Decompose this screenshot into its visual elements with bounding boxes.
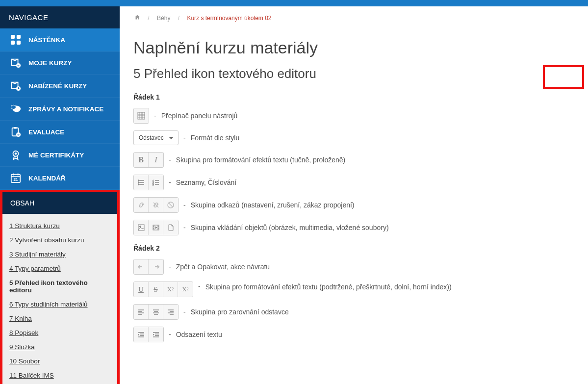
item-desc: Odsazení textu xyxy=(176,330,222,339)
number-list-icon[interactable]: 123 xyxy=(149,175,163,190)
nav-label: MOJE KURZY xyxy=(28,59,72,67)
toc-panel: OBSAH 1 Struktura kurzu 2 Vytvoření obsa… xyxy=(0,190,120,384)
nav-item-certificates[interactable]: MÉ CERTIFIKÁTY xyxy=(0,144,120,167)
italic-icon[interactable]: I xyxy=(149,153,163,167)
editor-row: B I - Skupina pro formátování efektů tex… xyxy=(133,152,578,168)
book-check-icon xyxy=(9,57,23,68)
link-icon[interactable] xyxy=(134,198,149,212)
align-right-icon[interactable] xyxy=(163,305,178,319)
svg-text:3: 3 xyxy=(153,183,154,186)
toc-item[interactable]: 9 Složka xyxy=(9,340,110,354)
nav-label: KALENDÁŘ xyxy=(28,175,66,182)
calendar-icon: 21 xyxy=(9,173,23,183)
list-group: 123 xyxy=(133,175,164,190)
toc-item[interactable]: 10 Soubor xyxy=(9,354,110,368)
editor-row: - Odsazení textu xyxy=(133,327,578,342)
breadcrumb-link[interactable]: Běhy xyxy=(157,15,170,22)
item-desc: Přepínač panelu nástrojů xyxy=(161,111,238,121)
breadcrumb-current[interactable]: Kurz s termínovaným úkolem 02 xyxy=(187,15,271,22)
editor-row: U S X2 X2 - Skupina pro formátování efek… xyxy=(133,282,578,297)
toc-item[interactable]: 2 Vytvoření obsahu kurzu xyxy=(9,233,110,247)
undo-icon[interactable] xyxy=(134,259,149,274)
insert-group xyxy=(133,220,179,235)
item-desc: Skupina vkládání objektů (obrázek, multi… xyxy=(191,223,389,232)
breadcrumb: / Běhy / Kurz s termínovaným úkolem 02 xyxy=(133,6,578,26)
page-nav-arrows xyxy=(543,65,584,89)
toolbar-toggle-group xyxy=(133,108,149,124)
nav-item-my-courses[interactable]: MOJE KURZY xyxy=(0,51,120,75)
align-left-icon[interactable] xyxy=(134,305,149,319)
home-icon[interactable] xyxy=(134,15,142,22)
toc-header: OBSAH xyxy=(2,192,117,214)
item-desc: Skupina odkazů (nastavení, zrušení, záka… xyxy=(191,200,355,210)
svg-rect-3 xyxy=(17,41,21,45)
svg-point-19 xyxy=(138,184,139,185)
svg-rect-0 xyxy=(11,35,15,39)
bullet-list-icon[interactable] xyxy=(134,175,149,190)
toc-item[interactable]: 8 Popisek xyxy=(9,326,110,340)
image-icon[interactable] xyxy=(134,220,149,235)
page-subtitle: 5 Přehled ikon textového editoru xyxy=(133,66,578,81)
page-title: Naplnění kurzu materiály xyxy=(133,38,578,57)
item-desc: Zpět a Opakovat, akce návratu xyxy=(176,262,270,272)
svg-point-13 xyxy=(15,153,17,155)
svg-rect-2 xyxy=(11,41,15,45)
bold-italic-group: B I xyxy=(133,152,164,168)
strike-icon[interactable]: S xyxy=(149,282,163,297)
align-center-icon[interactable] xyxy=(149,305,163,319)
text-effect-group: U S X2 X2 xyxy=(133,282,193,297)
toc-item[interactable]: 3 Studijní materiály xyxy=(9,247,110,261)
row1-title: Řádek 1 xyxy=(133,93,578,101)
nav-item-dashboard[interactable]: NÁSTĚNKA xyxy=(0,28,120,51)
indent-group xyxy=(133,327,164,342)
svg-point-25 xyxy=(139,226,141,228)
outdent-icon[interactable] xyxy=(134,327,149,342)
chat-icon xyxy=(9,103,23,114)
format-select[interactable]: Odstavec xyxy=(133,130,179,145)
nav-label: NABÍZENÉ KURZY xyxy=(28,82,87,90)
toc-item[interactable]: 11 Balíček IMS xyxy=(9,368,110,383)
item-desc: Seznamy, Číslování xyxy=(176,178,236,187)
row2-title: Řádek 2 xyxy=(133,244,578,252)
link-group xyxy=(133,197,179,213)
file-icon[interactable] xyxy=(163,220,178,235)
toc-item[interactable]: 7 Kniha xyxy=(9,311,110,326)
editor-row: - Přepínač panelu nástrojů xyxy=(133,108,578,124)
nav-label: EVALUACE xyxy=(28,128,64,136)
subscript-icon[interactable]: X2 xyxy=(163,282,178,297)
nav-item-evaluation[interactable]: EVALUACE xyxy=(0,121,120,144)
clipboard-icon xyxy=(9,127,23,137)
toolbar-toggle-icon[interactable] xyxy=(134,108,149,123)
grid-icon xyxy=(9,34,23,45)
nav-item-offered-courses[interactable]: NABÍZENÉ KURZY xyxy=(0,75,120,98)
nav-item-calendar[interactable]: 21 KALENDÁŘ xyxy=(0,167,120,190)
book-clock-icon xyxy=(9,80,23,91)
next-page-icon[interactable] xyxy=(565,72,575,82)
redo-icon[interactable] xyxy=(149,259,163,274)
indent-icon[interactable] xyxy=(149,327,163,342)
svg-point-17 xyxy=(138,180,139,181)
toc-item[interactable]: 6 Typy studijních materiálů xyxy=(9,297,110,311)
align-group xyxy=(133,304,179,320)
svg-text:21: 21 xyxy=(13,178,18,182)
unlink-icon[interactable] xyxy=(149,198,163,212)
nav-label: NÁSTĚNKA xyxy=(28,36,65,44)
item-desc: Formát dle stylu xyxy=(191,133,240,143)
toc-list: 1 Struktura kurzu 2 Vytvoření obsahu kur… xyxy=(2,214,117,384)
svg-rect-24 xyxy=(138,225,144,230)
award-icon xyxy=(9,150,23,160)
toc-item[interactable]: 1 Struktura kurzu xyxy=(9,219,110,233)
bold-icon[interactable]: B xyxy=(134,153,149,167)
toc-item[interactable]: 4 Typy parametrů xyxy=(9,261,110,276)
prev-page-icon[interactable] xyxy=(552,72,562,82)
nav-item-messages[interactable]: ZPRÁVY A NOTIFIKACE xyxy=(0,98,120,121)
superscript-icon[interactable]: X2 xyxy=(178,282,193,297)
media-icon[interactable] xyxy=(149,220,163,235)
editor-row: - Skupina pro zarovnání odstavce xyxy=(133,304,578,320)
toc-item-current[interactable]: 5 Přehled ikon textového editoru xyxy=(9,276,110,297)
underline-icon[interactable]: U xyxy=(134,282,149,297)
item-desc: Skupina pro formátování efektů textu (tu… xyxy=(176,155,346,165)
nav-label: ZPRÁVY A NOTIFIKACE xyxy=(28,105,103,113)
nolink-icon[interactable] xyxy=(163,198,178,212)
svg-point-8 xyxy=(11,105,16,109)
